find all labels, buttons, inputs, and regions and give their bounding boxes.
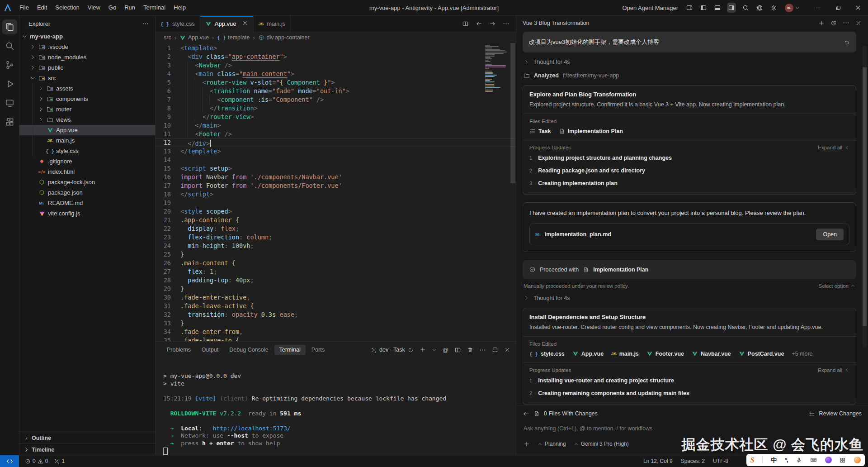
plan-file-card[interactable]: M↓ implementation_plan.md Open [529,224,849,245]
activity-searchbig-icon[interactable] [2,38,17,53]
panel-tab-terminal[interactable]: Terminal [274,345,306,355]
account-menu[interactable]: XL [785,4,800,12]
winclose-button[interactable] [848,0,868,15]
tree-item-node_modules[interactable]: node_modules [19,52,155,62]
file-chip-App.vue[interactable]: App.vue [572,351,604,357]
menu-help[interactable]: Help [170,0,190,15]
terminal-trash-button[interactable] [467,347,473,353]
progress-item[interactable]: 2Reading package.json and src directory [529,164,849,176]
agent-history-button[interactable] [830,19,837,26]
terminal-plus-button[interactable] [420,347,426,353]
indentation[interactable]: Spaces: 2 [681,458,705,464]
microphone-icon[interactable] [796,457,802,463]
winmax-button[interactable] [828,0,848,15]
tree-item-.vscode[interactable]: .vscode [19,42,155,52]
terminal-ellipsis-button[interactable] [479,347,486,353]
avatar[interactable]: XL [785,4,793,12]
tree-item-my-vue-app[interactable]: my-vue-app [19,31,155,42]
expand-all-button[interactable]: Expand all [818,145,842,150]
send-button[interactable]: › [849,438,861,450]
activity-files-icon[interactable] [2,19,17,34]
add-context-icon[interactable] [524,441,530,447]
file-chip-Navbar.vue[interactable]: Navbar.vue [692,351,731,357]
terminal-splitcols-button[interactable] [454,347,461,353]
activity-debug-icon[interactable] [2,76,17,91]
panel-tab-debug-console[interactable]: Debug Console [224,345,273,355]
restore-checkpoint-icon[interactable] [844,39,850,45]
cursor-position[interactable]: Ln 12, Col 9 [643,458,673,464]
analyzed-row[interactable]: Analyzed f:\testItem\my-vue-app [524,72,855,79]
breadcrumb-template[interactable]: { }template [217,34,250,41]
mode-selector[interactable]: Planning [538,441,566,447]
terminal-caretD-button[interactable] [432,348,437,353]
problems-indicator[interactable]: 0 0 [25,458,48,464]
panelL-button[interactable] [699,3,708,13]
terminal-close-button[interactable] [504,347,510,353]
layout-button[interactable] [685,3,694,13]
emoji-icon[interactable] [854,457,861,463]
agent-scrollbar[interactable] [863,46,867,347]
tree-item-main.js[interactable]: JSmain.js [19,135,155,146]
agent-conversation[interactable]: 改项目为vue3初始化的脚手架，需要改成个人博客 Thought for 4s … [516,30,868,405]
file-chip-+5-more[interactable]: +5 more [792,351,812,357]
keyboard-icon[interactable] [810,457,817,463]
ime-punctuation-toggle[interactable]: °, [785,457,788,463]
tree-item-App.vue[interactable]: App.vue [19,125,155,135]
chevron-left-icon[interactable] [844,145,849,150]
tree-item-views[interactable]: views [19,114,155,125]
panel-tab-problems[interactable]: Problems [162,345,196,355]
agent-input[interactable]: Ask anything (Ctrl+L), @ to mention, / f… [516,422,868,433]
close-tab-icon[interactable] [242,20,248,28]
menu-terminal[interactable]: Terminal [139,0,170,15]
ime-language-toggle[interactable]: 中 [771,456,777,464]
menu-view[interactable]: View [84,0,104,15]
menu-selection[interactable]: Selection [51,0,83,15]
skin-icon[interactable] [825,457,832,463]
terminal-panelmax-button[interactable] [492,347,498,353]
sogou-logo-icon[interactable]: S [750,456,755,464]
menu-go[interactable]: Go [104,0,120,15]
tree-item-index.html[interactable]: </>index.html [19,167,155,177]
progress-item[interactable]: 1Exploring project structure and plannin… [529,151,849,164]
tab-style.css[interactable]: { }style.css [156,16,200,32]
remote-indicator[interactable] [0,455,19,467]
terminal-at-button[interactable]: @ [443,347,448,353]
toolbox-icon[interactable] [840,457,846,463]
progress-item[interactable]: 2Creating remaining components and updat… [529,386,849,399]
terminal-output[interactable]: > my-vue-app@0.0.0 dev> vite15:21:19 [vi… [156,358,516,455]
back-arrow-icon[interactable] [523,410,529,417]
thought-row-2[interactable]: Thought for 4s [524,295,855,301]
agent-close-button[interactable] [855,19,862,26]
panelB-button[interactable] [713,3,722,13]
browser-button[interactable] [755,3,764,13]
breadcrumb-src[interactable]: src [164,34,171,41]
tree-item-package.json[interactable]: package.json [19,187,155,198]
select-option-dropdown[interactable]: Select option [819,283,856,289]
tree-item-router[interactable]: router [19,104,155,114]
tree-item-assets[interactable]: assets [19,83,155,94]
ellipsis-button[interactable] [503,20,509,27]
agent-ellipsis-button[interactable] [843,19,849,26]
expand-all-button[interactable]: Expand all [818,367,842,373]
file-chip-PostCard.vue[interactable]: PostCard.vue [739,351,784,357]
tree-item-vite.config.js[interactable]: vite.config.js [19,208,155,219]
tree-item-style.css[interactable]: { }style.css [19,146,155,156]
activity-scm-icon[interactable] [2,57,17,72]
tree-item-components[interactable]: components [19,94,155,104]
sidebar-section-outline[interactable]: Outline [19,432,155,443]
model-selector[interactable]: Gemini 3 Pro (High) [574,441,629,447]
progress-item[interactable]: 1Installing vue-router and creating proj… [529,374,849,386]
tab-App.vue[interactable]: App.vue [200,16,254,32]
panel-tab-output[interactable]: Output [197,345,224,355]
editor-scrollbar[interactable] [509,43,516,341]
tree-item-public[interactable]: public [19,62,155,73]
thought-row-1[interactable]: Thought for 4s [524,59,855,65]
menu-file[interactable]: File [15,0,33,15]
activity-ext-icon[interactable] [2,114,17,129]
arrowL-button[interactable] [476,20,482,27]
tab-main.js[interactable]: JSmain.js [254,16,291,32]
open-agent-manager-button[interactable]: Open Agent Manager [622,5,678,11]
tasks-indicator[interactable]: 1 [54,458,65,464]
encoding[interactable]: UTF-8 [713,458,728,464]
file-chip-main.js[interactable]: JSmain.js [611,351,639,357]
